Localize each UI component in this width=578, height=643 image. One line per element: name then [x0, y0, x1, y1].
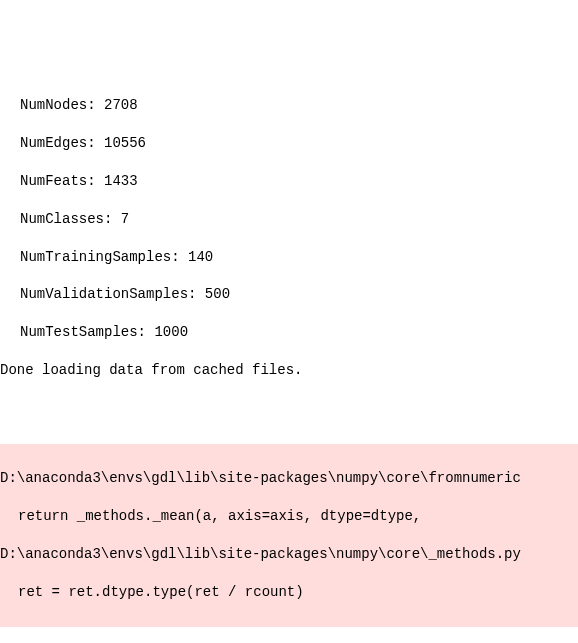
info-done-loading: Done loading data from cached files.	[0, 361, 578, 380]
info-numedges: NumEdges: 10556	[0, 134, 578, 153]
warning-path-1: D:\anaconda3\envs\gdl\lib\site-packages\…	[0, 469, 578, 488]
info-numtrainingsamples: NumTrainingSamples: 140	[0, 248, 578, 267]
warning-code-2: ret = ret.dtype.type(ret / rcount)	[0, 583, 578, 602]
info-numvalidationsamples: NumValidationSamples: 500	[0, 285, 578, 304]
warning-path-2: D:\anaconda3\envs\gdl\lib\site-packages\…	[0, 545, 578, 564]
info-numtestsamples: NumTestSamples: 1000	[0, 323, 578, 342]
info-numclasses: NumClasses: 7	[0, 210, 578, 229]
warning-code-1: return _methods._mean(a, axis=axis, dtyp…	[0, 507, 578, 526]
warning-block: D:\anaconda3\envs\gdl\lib\site-packages\…	[0, 444, 578, 626]
info-numfeats: NumFeats: 1433	[0, 172, 578, 191]
dataset-info-block: NumNodes: 2708 NumEdges: 10556 NumFeats:…	[0, 76, 578, 403]
info-numnodes: NumNodes: 2708	[0, 96, 578, 115]
